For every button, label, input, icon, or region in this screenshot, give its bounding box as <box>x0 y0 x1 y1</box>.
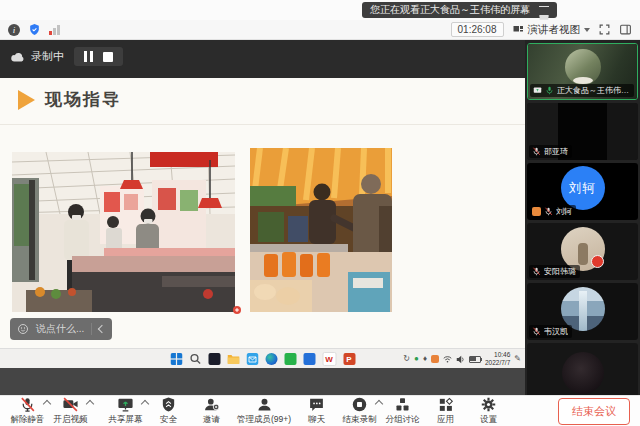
stop-record-icon <box>351 396 368 413</box>
manage-members-label: 管理成员(99+) <box>237 414 291 426</box>
speaker-view-icon <box>512 24 524 36</box>
mic-muted-icon <box>544 207 553 216</box>
settings-gear-icon <box>480 396 497 413</box>
avatar-red-badge <box>591 255 604 268</box>
widgets-icon[interactable] <box>208 353 220 365</box>
recording-label: 录制中 <box>31 49 64 64</box>
meeting-timer: 01:26:08 <box>451 22 504 37</box>
participant-name: 刘轲 <box>556 206 572 217</box>
notifications-pen-icon[interactable]: ✎ <box>514 355 521 363</box>
taskbar-time: 10:46 <box>494 351 510 359</box>
meeting-info-icon[interactable]: i <box>8 24 20 36</box>
mini-avatar <box>532 207 541 216</box>
stop-recording-icon[interactable] <box>103 52 113 62</box>
chat-quick-bar[interactable]: 说点什么... <box>10 318 112 340</box>
cloud-record-icon <box>10 51 25 63</box>
manage-members-button[interactable]: 管理成员(99+) <box>233 396 295 426</box>
volume-icon[interactable] <box>456 355 465 364</box>
camera-off-icon <box>62 396 79 413</box>
panel-toggle-icon[interactable] <box>619 23 632 36</box>
view-mode-switcher[interactable]: 演讲者视图 <box>512 23 591 37</box>
meeting-window: 您正在观看正大食品～王伟伟的屏幕 i 01:26:08 演讲者视图 <box>0 0 640 426</box>
collapse-chat-icon[interactable] <box>98 325 106 333</box>
wps-icon[interactable]: W <box>322 352 336 366</box>
participant-name: 韦汉凯 <box>544 326 568 337</box>
orange-triangle-bullet-icon <box>18 90 35 110</box>
mic-tray-icon[interactable]: ♦ <box>423 355 427 363</box>
chat-input-placeholder[interactable]: 说点什么... <box>36 322 84 336</box>
participant-tile[interactable]: 韦汉凯 <box>527 283 638 340</box>
meeting-titlebar: i 01:26:08 演讲者视图 <box>0 20 640 40</box>
meeting-toolbar: 解除静音 开启视频 共享屏幕 安全 邀 <box>0 395 640 426</box>
fullscreen-icon[interactable] <box>598 23 611 36</box>
invite-person-icon <box>203 396 220 413</box>
members-person-icon <box>256 396 273 413</box>
pause-recording-icon[interactable] <box>84 51 93 62</box>
invite-label: 邀请 <box>203 414 220 426</box>
participant-name: 正大食品～王伟伟的... <box>557 85 630 96</box>
slide-title-row: 现场指导 <box>18 88 121 111</box>
network-signal-icon <box>49 25 60 35</box>
participant-tile[interactable] <box>527 343 638 395</box>
participant-name-bar: 邵亚琦 <box>529 145 572 158</box>
participant-avatar-photo <box>562 352 604 394</box>
orange-tray-icon[interactable] <box>431 355 439 363</box>
share-screen-button[interactable]: 共享屏幕 <box>104 396 147 426</box>
file-explorer-icon[interactable] <box>227 353 239 365</box>
taskbar-clock[interactable]: 10:46 2022/7/7 <box>485 351 510 367</box>
photo-meat-shop <box>12 152 235 312</box>
chat-button[interactable]: 聊天 <box>295 396 338 426</box>
avatar-figure <box>578 243 588 265</box>
participant-name: 邵亚琦 <box>544 146 568 157</box>
battery-icon[interactable] <box>469 356 481 363</box>
recording-controls <box>74 47 123 66</box>
wifi-icon[interactable] <box>443 355 452 363</box>
chevron-up-icon[interactable] <box>86 400 94 408</box>
participant-tile[interactable]: 邵亚琦 <box>527 103 638 160</box>
slide-divider <box>0 124 525 125</box>
mic-on-icon <box>545 86 554 95</box>
share-screen-label: 共享屏幕 <box>109 414 143 426</box>
breakout-rooms-label: 分组讨论 <box>386 414 420 426</box>
emoji-smiley-icon[interactable] <box>17 323 29 335</box>
participant-name-bar: 韦汉凯 <box>529 325 572 338</box>
end-meeting-button[interactable]: 结束会议 <box>558 398 630 425</box>
share-screen-icon <box>117 396 134 413</box>
shield-icon[interactable] <box>28 23 41 36</box>
chevron-down-icon <box>584 28 590 32</box>
participant-tile-presenter[interactable]: 正大食品～王伟伟的... <box>527 43 638 100</box>
shared-desktop-taskbar: W P ↻ ● ♦ 10:46 <box>0 348 525 368</box>
apps-grid-icon <box>437 396 454 413</box>
unmute-button[interactable]: 解除静音 <box>6 396 49 426</box>
participant-tile[interactable]: 刘轲 刘轲 <box>527 163 638 220</box>
mic-muted-icon <box>532 147 541 156</box>
security-button[interactable]: 安全 <box>147 396 190 426</box>
presentation-slide: 现场指导 <box>0 78 525 348</box>
apps-button[interactable]: 应用 <box>424 396 467 426</box>
sync-tray-icon[interactable]: ↻ <box>403 355 410 363</box>
participant-tile[interactable]: 安阳韩璐 <box>527 223 638 280</box>
edge-browser-icon[interactable] <box>265 353 277 365</box>
breakout-rooms-button[interactable]: 分组讨论 <box>381 396 424 426</box>
stop-recording-button[interactable]: 结束录制 <box>338 396 381 426</box>
laser-pointer-dot <box>233 306 241 314</box>
powerpoint-icon[interactable]: P <box>343 353 355 365</box>
slide-title: 现场指导 <box>45 88 121 111</box>
invite-button[interactable]: 邀请 <box>190 396 233 426</box>
participant-name-bar: 刘轲 <box>529 205 576 218</box>
windows-start-icon[interactable] <box>170 353 182 365</box>
shared-screen: 录制中 现场指导 <box>0 40 525 395</box>
security-shield-icon <box>160 396 177 413</box>
wechat-icon[interactable] <box>284 353 296 365</box>
settings-label: 设置 <box>480 414 497 426</box>
top-banner-strip: 您正在观看正大食品～王伟伟的屏幕 <box>0 0 640 20</box>
green-tray-icon[interactable]: ● <box>414 355 419 363</box>
blue-app-icon[interactable] <box>303 353 315 365</box>
mail-icon[interactable] <box>246 353 258 365</box>
banner-menu-icon[interactable] <box>539 6 549 15</box>
taskbar-date: 2022/7/7 <box>485 359 510 367</box>
settings-button[interactable]: 设置 <box>467 396 510 426</box>
participant-name-bar: 安阳韩璐 <box>529 265 580 278</box>
search-icon[interactable] <box>189 353 201 365</box>
start-video-button[interactable]: 开启视频 <box>49 396 92 426</box>
